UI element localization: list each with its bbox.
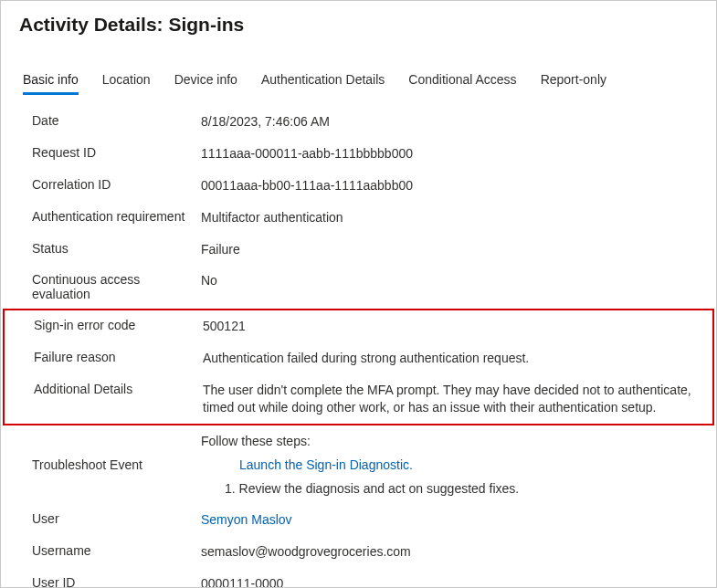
- value-date: 8/18/2023, 7:46:06 AM: [201, 113, 716, 131]
- label-user: User: [32, 511, 201, 526]
- tab-authentication-details[interactable]: Authentication Details: [261, 72, 385, 95]
- value-troubleshoot: Follow these steps: Launch the Sign-in D…: [201, 434, 716, 496]
- value-error-code: 500121: [203, 318, 712, 335]
- row-user-id: User ID 0000111-0000: [1, 568, 716, 588]
- value-user-id: 0000111-0000: [201, 575, 716, 588]
- page-title: Activity Details: Sign-ins: [1, 12, 716, 47]
- row-correlation-id: Correlation ID 00011aaa-bb00-111aa-1111a…: [1, 170, 716, 202]
- row-status: Status Failure: [1, 234, 716, 266]
- value-additional-details: The user didn't complete the MFA prompt.…: [203, 382, 712, 416]
- label-status: Status: [32, 241, 201, 256]
- tab-report-only[interactable]: Report-only: [541, 72, 606, 95]
- tab-basic-info[interactable]: Basic info: [23, 72, 79, 95]
- tab-conditional-access[interactable]: Conditional Access: [408, 72, 516, 95]
- tabs-bar: Basic info Location Device info Authenti…: [1, 47, 716, 95]
- value-status: Failure: [201, 241, 716, 258]
- row-error-code: Sign-in error code 500121: [5, 310, 712, 342]
- row-request-id: Request ID 1111aaa-000011-aabb-111bbbbb0…: [1, 138, 716, 170]
- row-additional-details: Additional Details The user didn't compl…: [5, 374, 712, 424]
- label-username: Username: [32, 543, 201, 558]
- troubleshoot-follow-text: Follow these steps:: [201, 434, 705, 448]
- label-auth-requirement: Authentication requirement: [32, 209, 201, 224]
- label-cae: Continuous access evaluation: [32, 272, 201, 301]
- value-auth-requirement: Multifactor authentication: [201, 209, 716, 226]
- value-cae: No: [201, 272, 716, 289]
- label-date: Date: [32, 113, 201, 128]
- user-link[interactable]: Semyon Maslov: [201, 512, 292, 527]
- activity-details-panel: Activity Details: Sign-ins Basic info Lo…: [0, 0, 717, 588]
- value-username: semaslov@woodgrovegroceries.com: [201, 543, 716, 561]
- row-username: Username semaslov@woodgrovegroceries.com: [1, 536, 716, 568]
- highlighted-error-section: Sign-in error code 500121 Failure reason…: [3, 309, 714, 425]
- row-failure-reason: Failure reason Authentication failed dur…: [5, 342, 712, 374]
- label-additional-details: Additional Details: [34, 382, 203, 396]
- row-auth-requirement: Authentication requirement Multifactor a…: [1, 202, 716, 234]
- label-failure-reason: Failure reason: [34, 350, 203, 364]
- row-troubleshoot: Troubleshoot Event Follow these steps: L…: [1, 425, 716, 504]
- value-failure-reason: Authentication failed during strong auth…: [203, 350, 712, 367]
- launch-diagnostic-link[interactable]: Launch the Sign-in Diagnostic.: [239, 457, 413, 472]
- label-correlation-id: Correlation ID: [32, 177, 201, 192]
- row-date: Date 8/18/2023, 7:46:06 AM: [1, 106, 716, 138]
- value-correlation-id: 00011aaa-bb00-111aa-1111aabbb00: [201, 177, 716, 194]
- label-error-code: Sign-in error code: [34, 318, 203, 332]
- row-cae: Continuous access evaluation No: [1, 265, 716, 309]
- label-troubleshoot: Troubleshoot Event: [32, 457, 201, 472]
- tab-location[interactable]: Location: [102, 72, 151, 95]
- value-request-id: 1111aaa-000011-aabb-111bbbbb000: [201, 145, 716, 163]
- label-request-id: Request ID: [32, 145, 201, 160]
- fields-container: Date 8/18/2023, 7:46:06 AM Request ID 11…: [1, 95, 716, 588]
- row-user: User Semyon Maslov: [1, 504, 716, 536]
- label-user-id: User ID: [32, 575, 201, 588]
- troubleshoot-step-1: 1. Review the diagnosis and act on sugge…: [201, 481, 705, 496]
- tab-device-info[interactable]: Device info: [174, 72, 237, 95]
